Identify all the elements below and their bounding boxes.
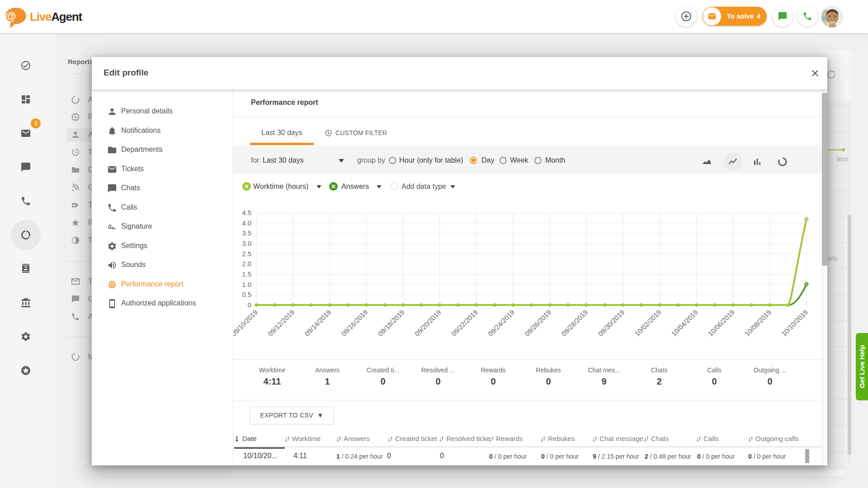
svg-text:09/22/2019: 09/22/2019: [450, 308, 479, 338]
svg-text:3.5: 3.5: [242, 229, 251, 237]
svg-text:10/10/2019: 10/10/2019: [780, 308, 809, 338]
svg-text:09/14/2019: 09/14/2019: [303, 308, 332, 338]
svg-text:09/20/2019: 09/20/2019: [413, 308, 443, 338]
svg-text:2.5: 2.5: [242, 250, 251, 258]
svg-text:09/30/2019: 09/30/2019: [596, 308, 626, 338]
svg-text:4.0: 4.0: [242, 219, 251, 227]
svg-text:0: 0: [248, 301, 251, 309]
svg-text:09/12/2019: 09/12/2019: [266, 308, 296, 338]
svg-text:10/02/2019: 10/02/2019: [633, 308, 663, 338]
svg-text:09/24/2019: 09/24/2019: [486, 308, 516, 338]
svg-text:10/06/2019: 10/06/2019: [707, 308, 736, 338]
svg-text:09/26/2019: 09/26/2019: [523, 308, 552, 338]
svg-text:0.5: 0.5: [242, 291, 251, 298]
svg-text:09/10/2019: 09/10/2019: [233, 308, 259, 338]
svg-text:09/28/2019: 09/28/2019: [560, 308, 589, 338]
svg-text:10/04/2019: 10/04/2019: [670, 308, 699, 338]
svg-text:10/08/2019: 10/08/2019: [743, 308, 773, 338]
svg-text:4.5: 4.5: [242, 209, 251, 216]
svg-text:09/18/2019: 09/18/2019: [377, 308, 406, 338]
svg-text:1.0: 1.0: [242, 281, 251, 288]
svg-text:2.0: 2.0: [242, 260, 251, 267]
svg-text:1.5: 1.5: [242, 270, 251, 278]
svg-text:3.0: 3.0: [242, 239, 251, 247]
svg-text:@: @: [5, 10, 16, 23]
svg-text:09/16/2019: 09/16/2019: [340, 308, 369, 338]
